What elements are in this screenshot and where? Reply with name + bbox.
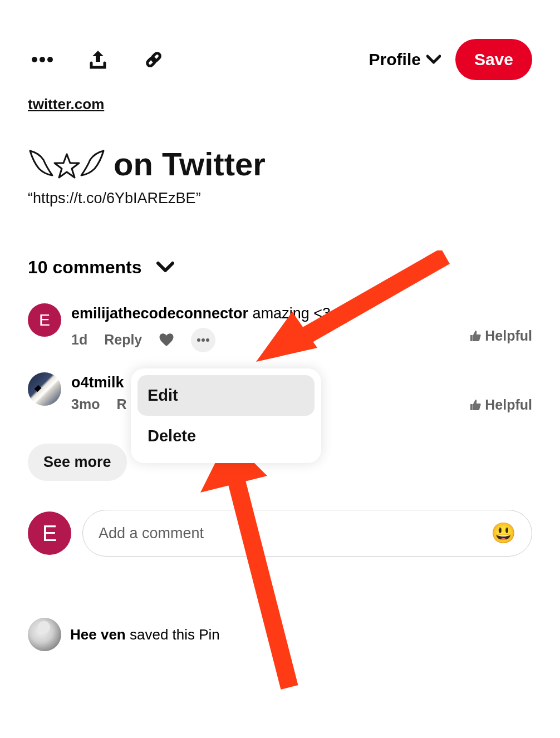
- svg-point-5: [197, 338, 200, 342]
- svg-point-0: [32, 57, 37, 62]
- comment-composer: E Add a comment 😃: [28, 510, 532, 557]
- comment-placeholder: Add a comment: [99, 525, 204, 542]
- comments-toggle[interactable]: 10 comments: [28, 257, 532, 278]
- reply-button[interactable]: R: [116, 396, 126, 412]
- like-button[interactable]: [159, 333, 174, 347]
- toolbar-right: Profile Save: [369, 39, 532, 80]
- comment-username[interactable]: o4tmilk: [71, 374, 124, 391]
- see-more-button[interactable]: See more: [28, 444, 127, 481]
- emoji-button[interactable]: 😃: [491, 521, 516, 545]
- svg-point-6: [202, 338, 205, 342]
- helpful-button[interactable]: Helpful: [468, 397, 532, 413]
- source-link[interactable]: twitter.com: [28, 96, 104, 113]
- board-selector-label: Profile: [369, 50, 421, 69]
- wings-star-icon: [28, 149, 106, 180]
- thumbs-up-icon: [468, 329, 482, 342]
- comment-more-button[interactable]: [191, 328, 215, 352]
- helpful-button[interactable]: Helpful: [468, 328, 532, 344]
- avatar[interactable]: [28, 372, 61, 406]
- comment-content: amazing <3: [253, 305, 331, 322]
- avatar[interactable]: E: [28, 511, 71, 555]
- ellipsis-icon: [197, 338, 210, 342]
- comment-time: 3mo: [71, 396, 100, 412]
- board-selector[interactable]: Profile: [369, 50, 441, 69]
- chevron-down-icon: [426, 55, 441, 65]
- more-options-button[interactable]: [28, 45, 57, 74]
- share-icon: [87, 48, 109, 71]
- copy-link-button[interactable]: [139, 45, 168, 74]
- comment-username[interactable]: emilijathecodeconnector: [71, 305, 248, 322]
- pin-toolbar: Profile Save: [28, 39, 532, 80]
- toolbar-left: [28, 45, 168, 74]
- comment-actions: 1d Reply: [71, 328, 532, 352]
- thumbs-up-icon: [468, 398, 482, 411]
- menu-item-delete[interactable]: Delete: [137, 416, 315, 456]
- save-button[interactable]: Save: [455, 39, 532, 80]
- svg-point-1: [40, 57, 45, 62]
- pin-title: on Twitter: [28, 146, 532, 182]
- saved-by-name[interactable]: Hee ven: [70, 626, 126, 643]
- comment-context-menu: Edit Delete: [131, 368, 321, 463]
- helpful-label: Helpful: [485, 328, 532, 344]
- saved-by-suffix: saved this Pin: [126, 626, 220, 643]
- comments-count: 10 comments: [28, 257, 142, 278]
- ellipsis-icon: [31, 56, 53, 63]
- comment-row: E emilijathecodeconnector amazing <3 1d …: [28, 303, 532, 352]
- pin-description: “https://t.co/6YbIAREzBE”: [28, 190, 532, 207]
- avatar[interactable]: E: [28, 303, 61, 337]
- saved-by-text: Hee ven saved this Pin: [70, 626, 220, 643]
- reply-button[interactable]: Reply: [104, 332, 142, 348]
- comment-time: 1d: [71, 332, 87, 348]
- menu-item-edit[interactable]: Edit: [137, 375, 315, 416]
- saved-by-row: Hee ven saved this Pin: [28, 618, 532, 651]
- link-icon: [143, 48, 165, 71]
- share-button[interactable]: [83, 45, 112, 74]
- heart-icon: [159, 333, 174, 347]
- svg-point-7: [206, 338, 209, 342]
- comment-text: emilijathecodeconnector amazing <3: [71, 303, 532, 324]
- svg-rect-4: [151, 52, 161, 62]
- avatar[interactable]: [28, 618, 61, 651]
- helpful-label: Helpful: [485, 397, 532, 413]
- pin-title-text: on Twitter: [114, 146, 266, 182]
- svg-point-2: [47, 57, 53, 62]
- chevron-down-icon: [156, 261, 174, 273]
- comment-input[interactable]: Add a comment 😃: [82, 510, 532, 557]
- comment-body: emilijathecodeconnector amazing <3 1d Re…: [71, 303, 532, 352]
